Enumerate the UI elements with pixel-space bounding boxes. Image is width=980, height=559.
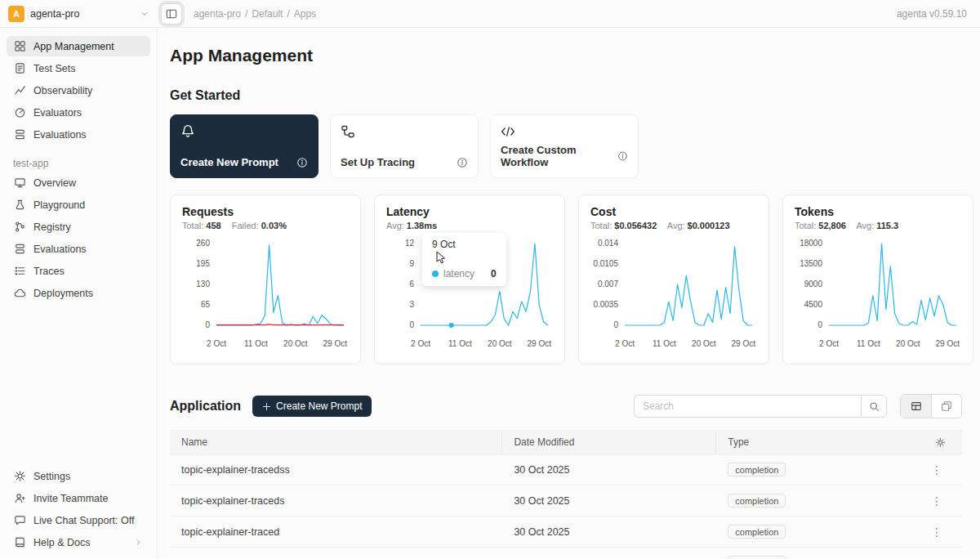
table-row[interactable]: topic-explainer-traceds 30 Oct 2025 comp… (170, 485, 962, 517)
sidebar-item-live-chat-support[interactable]: Live Chat Support: Off (7, 510, 150, 530)
create-new-prompt-card[interactable]: Create New Prompt (170, 114, 318, 178)
sidebar-item-evaluators[interactable]: Evaluators (7, 102, 150, 123)
sidebar-item-registry[interactable]: Registry (7, 217, 150, 237)
search-input[interactable] (634, 395, 861, 418)
svg-text:0: 0 (205, 320, 210, 329)
svg-text:11 Oct: 11 Oct (244, 339, 268, 348)
sidebar-item-help-docs[interactable]: Help & Docs (7, 532, 150, 552)
info-icon[interactable] (457, 157, 468, 168)
info-icon[interactable] (617, 150, 628, 162)
svg-text:2 Oct: 2 Oct (207, 339, 226, 348)
workspace-avatar: A (8, 6, 24, 22)
sidebar-item-label: Test Sets (33, 63, 75, 74)
svg-text:11 Oct: 11 Oct (857, 339, 880, 348)
stat-card-requests: Requests Total:458 Failed:0.03% 06513019… (170, 195, 361, 364)
svg-text:29 Oct: 29 Oct (323, 339, 348, 348)
sidebar-item-settings[interactable]: Settings (7, 466, 150, 486)
sidebar-item-overview[interactable]: Overview (7, 172, 150, 193)
sidebar-item-label: Settings (33, 471, 70, 482)
sidebar-item-deployments[interactable]: Deployments (7, 283, 150, 303)
workspace-name: agenta-pro (30, 8, 134, 20)
table-row[interactable]: topic-explainer-traced 30 Oct 2025 compl… (170, 517, 962, 548)
card-label: Set Up Tracing (341, 156, 415, 168)
column-header-date-modified[interactable]: Date Modified (502, 431, 716, 454)
svg-text:29 Oct: 29 Oct (732, 339, 756, 348)
sidebar-item-app-evaluations[interactable]: Evaluations (7, 239, 150, 259)
sidebar-toggle-button[interactable] (161, 3, 182, 25)
card-view-icon (941, 400, 952, 412)
tracing-icon (341, 124, 355, 139)
sidebar-item-evaluations[interactable]: Evaluations (7, 124, 150, 145)
stat-card-title: Latency (386, 205, 553, 218)
tokens-chart[interactable]: 04500900013500180002 Oct11 Oct20 Oct29 O… (795, 235, 961, 351)
svg-text:0: 0 (613, 320, 618, 329)
create-custom-workflow-card[interactable]: Create Custom Workflow (490, 114, 639, 178)
tooltip-series: latency (443, 268, 474, 280)
svg-text:9: 9 (409, 259, 414, 268)
sidebar-item-test-sets[interactable]: Test Sets (7, 58, 150, 78)
line-chart-icon (14, 84, 26, 96)
sidebar-item-invite-teammate[interactable]: Invite Teammate (7, 488, 150, 508)
row-menu-button[interactable]: ⋮ (928, 494, 946, 508)
chart-tooltip: 9 Oct latency 0 (422, 233, 506, 286)
app-name: topic-explainer-tracedss (170, 456, 502, 484)
chart-svg: 04500900013500180002 Oct11 Oct20 Oct29 O… (795, 235, 961, 351)
search-button[interactable] (861, 395, 887, 418)
sidebar-item-label: Observability (33, 85, 92, 96)
svg-text:11 Oct: 11 Oct (653, 339, 676, 348)
table-view-icon (911, 400, 922, 412)
cost-chart[interactable]: 00.00350.0070.01050.0142 Oct11 Oct20 Oct… (590, 235, 757, 351)
app-name: topic-explainer-traceds (170, 487, 502, 515)
sidebar-item-label: Invite Teammate (33, 493, 108, 504)
stat-card-stats: Total:52,806 Avg:115.3 (795, 221, 961, 230)
table-header: Name Date Modified Type (170, 430, 962, 454)
column-header-name[interactable]: Name (170, 431, 502, 454)
svg-text:20 Oct: 20 Oct (488, 339, 512, 348)
svg-text:20 Oct: 20 Oct (896, 339, 920, 348)
sidebar: App Management Test Sets Observability E… (0, 28, 158, 559)
stat-card-stats: Total:$0.056432 Avg:$0.000123 (590, 221, 757, 230)
stat-card-title: Tokens (795, 205, 961, 218)
svg-text:20 Oct: 20 Oct (283, 339, 308, 348)
bell-icon (180, 124, 195, 139)
sidebar-item-label: Overview (33, 177, 76, 189)
row-menu-button[interactable]: ⋮ (928, 557, 946, 559)
row-menu-button[interactable]: ⋮ (928, 463, 946, 476)
sidebar-item-traces[interactable]: Traces (7, 261, 150, 281)
svg-text:0: 0 (817, 320, 822, 329)
row-menu-button[interactable]: ⋮ (928, 525, 946, 539)
breadcrumb-page[interactable]: Apps (294, 8, 316, 20)
card-label: Create New Prompt (180, 156, 278, 168)
layers-icon (14, 128, 26, 141)
requests-chart[interactable]: 0651301952602 Oct11 Oct20 Oct29 Oct (182, 235, 349, 351)
gear-icon (935, 437, 946, 448)
card-view-button[interactable] (931, 395, 961, 418)
app-name: career-assessment (170, 549, 502, 559)
stat-card-stats: Total:458 Failed:0.03% (182, 221, 349, 230)
document-icon (14, 62, 26, 74)
breadcrumb-separator: / (245, 8, 247, 20)
breadcrumb-project[interactable]: Default (252, 8, 283, 20)
table-row[interactable]: career-assessment 27 Oct 2025 completion… (170, 548, 962, 559)
main-content: App Management Get Started Create New Pr… (158, 28, 980, 559)
svg-text:6: 6 (409, 280, 414, 288)
sidebar-item-app-management[interactable]: App Management (7, 36, 150, 56)
set-up-tracing-card[interactable]: Set Up Tracing (330, 114, 479, 178)
sidebar-item-playground[interactable]: Playground (7, 195, 150, 215)
create-new-prompt-button[interactable]: Create New Prompt (252, 396, 372, 417)
table-view-button[interactable] (901, 395, 931, 418)
type-badge: completion (728, 494, 786, 508)
column-header-type[interactable]: Type (716, 431, 906, 454)
app-date: 30 Oct 2025 (502, 487, 716, 515)
breadcrumb-workspace[interactable]: agenta-pro (194, 8, 241, 20)
user-add-icon (14, 492, 26, 504)
sidebar-item-label: Playground (33, 199, 85, 211)
info-icon[interactable] (296, 157, 308, 168)
table-row[interactable]: topic-explainer-tracedss 30 Oct 2025 com… (170, 454, 962, 485)
column-settings[interactable] (906, 432, 962, 454)
svg-text:0.007: 0.007 (598, 280, 618, 288)
workspace-selector[interactable]: A agenta-pro (8, 6, 149, 22)
plus-icon (262, 402, 271, 411)
mouse-cursor-icon (435, 251, 447, 264)
sidebar-item-observability[interactable]: Observability (7, 80, 150, 101)
